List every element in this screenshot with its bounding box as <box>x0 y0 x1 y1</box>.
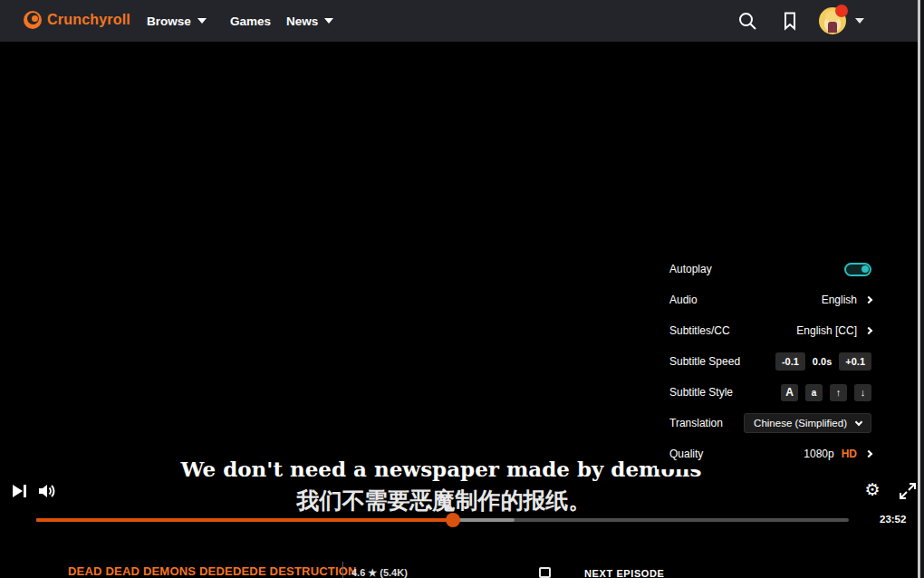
subtitle-speed-minus-button[interactable]: -0.1 <box>775 352 805 371</box>
quality-label: Quality <box>669 448 703 460</box>
seek-bar-played <box>36 518 453 522</box>
subtitle-speed-controls: -0.1 0.0s +0.1 <box>775 352 871 371</box>
page-scrollbar[interactable] <box>918 0 924 578</box>
top-nav: Crunchyroll Browse Games News <box>0 0 924 42</box>
skip-next-icon[interactable] <box>8 480 30 502</box>
player-settings-panel: Autoplay Audio English Subtitles/CC Engl… <box>657 213 919 469</box>
nav-item-browse[interactable]: Browse <box>147 0 207 42</box>
gear-icon[interactable]: ⚙ <box>861 479 883 501</box>
next-episode-thumbnail-icon[interactable] <box>539 567 551 578</box>
crunchyroll-watch-page: Crunchyroll Browse Games News We don't n… <box>0 0 924 578</box>
series-title-link[interactable]: DEAD DEAD DEMONS DEDEDEDE DESTRUCTION <box>68 564 357 578</box>
font-size-increase-button[interactable]: A <box>781 384 798 401</box>
audio-label: Audio <box>669 294 698 306</box>
nav-item-news[interactable]: News <box>286 0 333 42</box>
chevron-right-icon <box>865 450 872 458</box>
search-icon[interactable] <box>736 10 758 32</box>
nav-browse-label: Browse <box>147 14 191 28</box>
quality-value[interactable]: 1080p HD <box>804 448 871 460</box>
divider <box>342 562 343 578</box>
setting-row-autoplay: Autoplay <box>657 254 919 284</box>
audio-value[interactable]: English <box>822 294 871 306</box>
avatar[interactable] <box>819 7 846 34</box>
subtitle-speed-plus-button[interactable]: +0.1 <box>839 352 871 371</box>
account-menu[interactable] <box>819 7 864 34</box>
subtitle-speed-current: 0.0s <box>813 356 832 367</box>
setting-row-audio: Audio English <box>657 284 919 315</box>
subtitle-style-label: Subtitle Style <box>669 386 733 399</box>
chevron-right-icon <box>865 296 872 303</box>
subtitle-speed-label: Subtitle Speed <box>669 355 740 368</box>
font-size-decrease-button[interactable]: a <box>805 384 823 401</box>
subtitles-selected: English [CC] <box>796 324 857 337</box>
setting-row-translation: Translation Chinese (Simplified) <box>657 408 919 438</box>
next-episode-label[interactable]: NEXT EPISODE <box>584 568 665 578</box>
brand-name: Crunchyroll <box>47 12 130 28</box>
autoplay-label: Autoplay <box>669 263 712 275</box>
subtitle-position-down-button[interactable]: ↓ <box>854 384 871 401</box>
chevron-down-icon <box>197 18 207 24</box>
translation-selected: Chinese (Simplified) <box>754 418 847 429</box>
audio-selected: English <box>822 294 857 306</box>
hd-badge: HD <box>842 448 857 460</box>
setting-row-subtitle-speed: Subtitle Speed -0.1 0.0s +0.1 <box>657 346 919 377</box>
subtitle-line-english: We don't need a newspaper made by demons <box>181 457 702 481</box>
nav-games-label: Games <box>230 14 271 28</box>
setting-row-quality: Quality 1080p HD <box>657 438 919 469</box>
setting-row-subtitles: Subtitles/CC English [CC] <box>657 315 919 346</box>
caret-down-icon <box>855 18 864 24</box>
bookmark-icon[interactable] <box>779 10 801 32</box>
chevron-right-icon <box>865 327 872 334</box>
duration-label: 23:52 <box>880 514 906 525</box>
quality-selected: 1080p <box>804 448 833 460</box>
volume-icon[interactable] <box>36 480 58 502</box>
subtitles-label: Subtitles/CC <box>669 324 730 337</box>
seek-bar[interactable] <box>36 518 849 522</box>
translation-label: Translation <box>669 417 723 429</box>
chevron-down-icon <box>855 418 862 425</box>
seek-bar-thumb[interactable] <box>446 513 460 527</box>
notification-dot <box>835 5 848 17</box>
rating-badge: 4.6 ★ (5.4K) <box>351 567 408 578</box>
nav-item-games[interactable]: Games <box>230 0 271 42</box>
scrollbar-thumb[interactable] <box>918 0 920 578</box>
fullscreen-icon[interactable] <box>897 480 919 502</box>
subtitle-line-chinese: 我们不需要恶魔制作的报纸。 <box>297 486 592 515</box>
chevron-down-icon <box>324 18 333 24</box>
crunchyroll-logo[interactable]: Crunchyroll <box>24 11 130 29</box>
subtitles-value[interactable]: English [CC] <box>796 324 871 337</box>
setting-row-subtitle-style: Subtitle Style A a ↑ ↓ <box>657 377 919 408</box>
crunchyroll-hime-icon <box>24 11 42 29</box>
translation-dropdown[interactable]: Chinese (Simplified) <box>744 413 871 433</box>
autoplay-toggle[interactable] <box>844 263 871 276</box>
subtitle-position-up-button[interactable]: ↑ <box>830 384 847 401</box>
subtitle-style-controls: A a ↑ ↓ <box>781 384 871 401</box>
nav-news-label: News <box>286 14 318 28</box>
